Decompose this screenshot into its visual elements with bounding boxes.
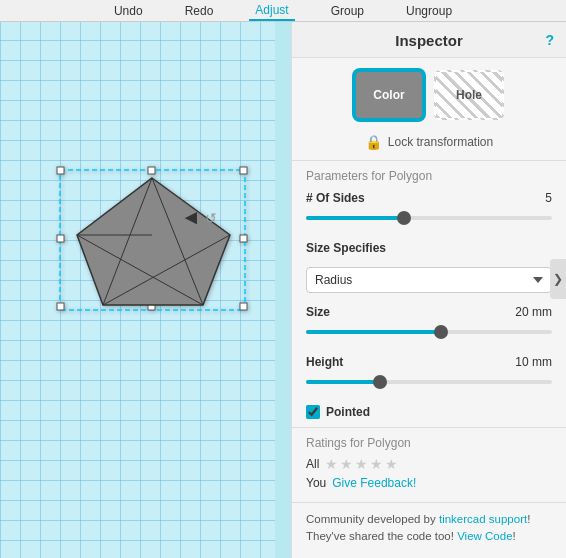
sides-slider-track <box>306 216 552 220</box>
star-2[interactable]: ★ <box>340 456 353 472</box>
svg-rect-5 <box>148 167 155 174</box>
inspector-panel: Inspector ? Color Hole 🔒 Lock transforma… <box>291 22 566 558</box>
view-code-link[interactable]: View Code <box>457 530 512 542</box>
size-slider-fill <box>306 330 441 334</box>
community-text-2: ! <box>527 513 530 525</box>
star-3[interactable]: ★ <box>355 456 368 472</box>
sides-value: 5 <box>545 191 552 205</box>
svg-rect-2 <box>240 167 247 174</box>
sides-slider-fill <box>306 216 404 220</box>
ratings-title: Ratings for Polygon <box>306 436 552 450</box>
size-specifies-select-row: Radius Diameter <box>292 263 566 301</box>
polygon-shape[interactable] <box>55 160 255 320</box>
redo-button[interactable]: Redo <box>179 2 220 20</box>
community-section: Community developed by tinkercad support… <box>292 502 566 554</box>
svg-rect-3 <box>57 303 64 310</box>
lock-label: Lock transformation <box>388 135 493 149</box>
star-5[interactable]: ★ <box>385 456 398 472</box>
sides-label: # Of Sides 5 <box>306 191 552 205</box>
community-text-1: Community developed by <box>306 513 439 525</box>
all-stars[interactable]: ★ ★ ★ ★ ★ <box>325 456 398 472</box>
height-slider-thumb[interactable] <box>373 375 387 389</box>
ungroup-button[interactable]: Ungroup <box>400 2 458 20</box>
sides-slider[interactable] <box>306 209 552 227</box>
ratings-section: Ratings for Polygon All ★ ★ ★ ★ ★ You Gi… <box>292 427 566 502</box>
size-slider-thumb[interactable] <box>434 325 448 339</box>
pointed-label: Pointed <box>326 405 370 419</box>
all-label: All <box>306 457 319 471</box>
size-specifies-param: Size Specifies <box>292 237 566 263</box>
star-1[interactable]: ★ <box>325 456 338 472</box>
inspector-header: Inspector ? <box>292 22 566 58</box>
lock-icon: 🔒 <box>365 134 382 150</box>
svg-rect-1 <box>57 167 64 174</box>
svg-rect-4 <box>240 303 247 310</box>
params-section-title: Parameters for Polygon <box>292 161 566 187</box>
shape-container: ▶ ↺ <box>55 160 255 323</box>
color-button[interactable]: Color <box>354 70 424 120</box>
height-slider[interactable] <box>306 373 552 391</box>
height-slider-track <box>306 380 552 384</box>
size-param: Size 20 mm <box>292 301 566 351</box>
hole-button-label: Hole <box>456 88 482 102</box>
pointed-row: Pointed <box>292 401 566 427</box>
svg-rect-7 <box>240 235 247 242</box>
tinkercad-link[interactable]: tinkercad support <box>439 513 527 525</box>
community-text-4: ! <box>513 530 516 542</box>
collapse-arrow-button[interactable]: ❯ <box>550 259 566 299</box>
you-rating-row: You Give Feedback! <box>306 476 552 490</box>
help-button[interactable]: ? <box>545 32 554 48</box>
sides-slider-thumb[interactable] <box>397 211 411 225</box>
shape-arrow-icon: ▶ <box>185 210 197 229</box>
rotate-icon: ↺ <box>205 210 217 226</box>
height-label: Height 10 mm <box>306 355 552 369</box>
adjust-button[interactable]: Adjust <box>249 1 294 21</box>
height-slider-fill <box>306 380 380 384</box>
toolbar: Undo Redo Adjust Group Ungroup <box>0 0 566 22</box>
all-rating-row: All ★ ★ ★ ★ ★ <box>306 456 552 472</box>
color-button-label: Color <box>373 88 404 102</box>
size-specifies-select[interactable]: Radius Diameter <box>306 267 552 293</box>
inspector-title: Inspector <box>395 32 463 49</box>
lock-row: 🔒 Lock transformation <box>292 128 566 161</box>
svg-marker-9 <box>77 178 230 305</box>
shape-type-buttons: Color Hole <box>292 58 566 128</box>
you-label: You <box>306 476 326 490</box>
size-slider[interactable] <box>306 323 552 341</box>
size-slider-track <box>306 330 552 334</box>
sides-param: # Of Sides 5 <box>292 187 566 237</box>
group-button[interactable]: Group <box>325 2 370 20</box>
size-specifies-label: Size Specifies <box>306 241 552 255</box>
height-param: Height 10 mm <box>292 351 566 401</box>
size-value: 20 mm <box>515 305 552 319</box>
height-value: 10 mm <box>515 355 552 369</box>
undo-button[interactable]: Undo <box>108 2 149 20</box>
svg-rect-6 <box>57 235 64 242</box>
community-text-3: They've shared the code too! <box>306 530 457 542</box>
star-4[interactable]: ★ <box>370 456 383 472</box>
pointed-checkbox[interactable] <box>306 405 320 419</box>
feedback-link[interactable]: Give Feedback! <box>332 476 416 490</box>
size-label: Size 20 mm <box>306 305 552 319</box>
canvas-area[interactable]: ▶ ↺ <box>0 0 275 558</box>
hole-button[interactable]: Hole <box>434 70 504 120</box>
